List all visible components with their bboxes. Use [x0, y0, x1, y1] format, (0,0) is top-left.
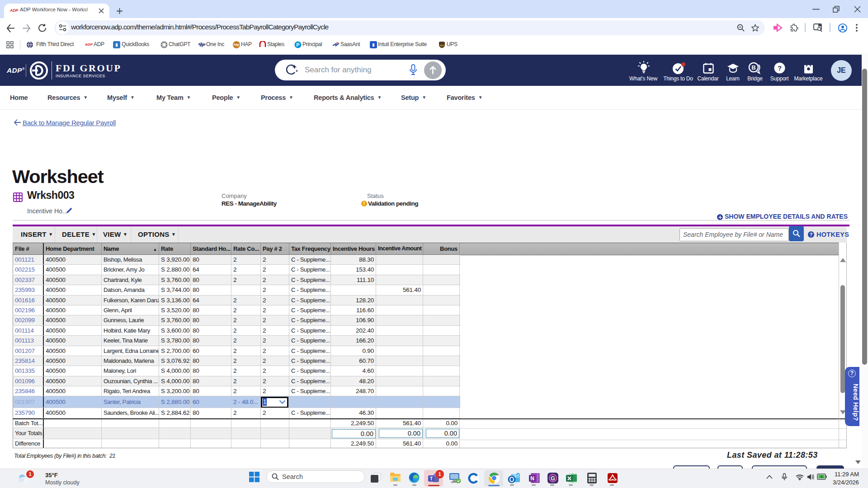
svg-text:G: G — [551, 475, 555, 482]
svg-text:P: P — [296, 42, 299, 47]
svg-text:B: B — [751, 64, 755, 71]
svg-text:ups: ups — [439, 44, 444, 47]
svg-text:T: T — [430, 476, 433, 481]
svg-text:?: ? — [778, 64, 782, 72]
svg-text:N: N — [530, 475, 534, 482]
